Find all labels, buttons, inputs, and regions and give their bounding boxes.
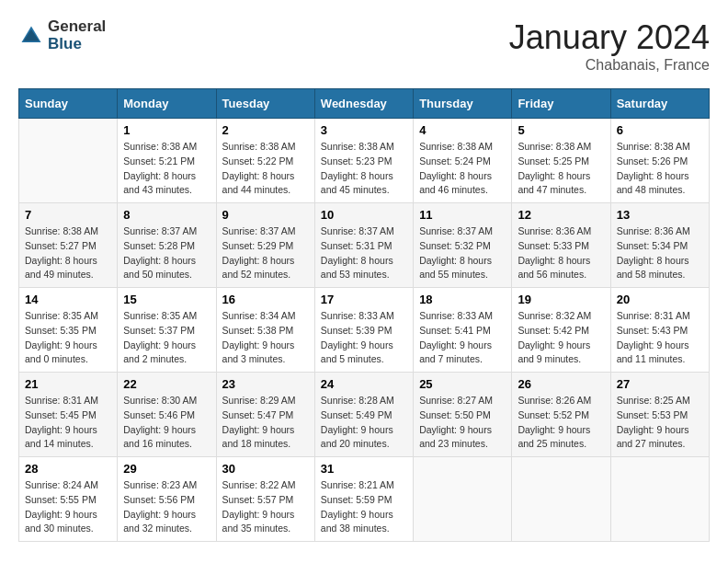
day-info: Sunrise: 8:24 AMSunset: 5:55 PMDaylight:… bbox=[25, 478, 111, 536]
location-subtitle: Chabanais, France bbox=[509, 57, 710, 74]
calendar-cell bbox=[19, 119, 118, 203]
calendar-cell: 31Sunrise: 8:21 AMSunset: 5:59 PMDayligh… bbox=[314, 457, 413, 542]
week-row-4: 21Sunrise: 8:31 AMSunset: 5:45 PMDayligh… bbox=[19, 373, 710, 457]
calendar-cell: 26Sunrise: 8:26 AMSunset: 5:52 PMDayligh… bbox=[512, 373, 610, 457]
calendar-cell: 19Sunrise: 8:32 AMSunset: 5:42 PMDayligh… bbox=[512, 288, 610, 373]
calendar-cell: 24Sunrise: 8:28 AMSunset: 5:49 PMDayligh… bbox=[314, 373, 413, 457]
day-info: Sunrise: 8:33 AMSunset: 5:39 PMDaylight:… bbox=[321, 309, 407, 367]
logo-blue: Blue bbox=[48, 36, 106, 53]
day-info: Sunrise: 8:31 AMSunset: 5:45 PMDaylight:… bbox=[25, 394, 111, 452]
day-number: 17 bbox=[321, 293, 407, 306]
calendar-cell: 27Sunrise: 8:25 AMSunset: 5:53 PMDayligh… bbox=[610, 373, 709, 457]
calendar-cell: 11Sunrise: 8:37 AMSunset: 5:32 PMDayligh… bbox=[414, 203, 512, 288]
calendar-cell: 16Sunrise: 8:34 AMSunset: 5:38 PMDayligh… bbox=[216, 288, 314, 373]
day-number: 9 bbox=[222, 208, 309, 222]
calendar-cell: 10Sunrise: 8:37 AMSunset: 5:31 PMDayligh… bbox=[314, 203, 413, 288]
week-row-3: 14Sunrise: 8:35 AMSunset: 5:35 PMDayligh… bbox=[19, 288, 710, 373]
header-day-monday: Monday bbox=[118, 89, 216, 119]
day-info: Sunrise: 8:35 AMSunset: 5:35 PMDaylight:… bbox=[25, 309, 111, 367]
day-info: Sunrise: 8:38 AMSunset: 5:27 PMDaylight:… bbox=[25, 224, 111, 282]
calendar-cell: 23Sunrise: 8:29 AMSunset: 5:47 PMDayligh… bbox=[216, 373, 314, 457]
day-info: Sunrise: 8:26 AMSunset: 5:52 PMDaylight:… bbox=[518, 394, 604, 452]
day-number: 19 bbox=[518, 293, 604, 306]
calendar-cell: 6Sunrise: 8:38 AMSunset: 5:26 PMDaylight… bbox=[610, 119, 709, 203]
day-info: Sunrise: 8:27 AMSunset: 5:50 PMDaylight:… bbox=[419, 394, 506, 452]
day-info: Sunrise: 8:29 AMSunset: 5:47 PMDaylight:… bbox=[222, 394, 309, 452]
day-info: Sunrise: 8:36 AMSunset: 5:33 PMDaylight:… bbox=[518, 224, 604, 282]
day-info: Sunrise: 8:38 AMSunset: 5:25 PMDaylight:… bbox=[518, 140, 604, 198]
logo: General Blue bbox=[18, 18, 106, 52]
day-info: Sunrise: 8:37 AMSunset: 5:28 PMDaylight:… bbox=[123, 224, 210, 282]
calendar-cell: 18Sunrise: 8:33 AMSunset: 5:41 PMDayligh… bbox=[414, 288, 512, 373]
day-info: Sunrise: 8:38 AMSunset: 5:24 PMDaylight:… bbox=[419, 140, 506, 198]
day-info: Sunrise: 8:34 AMSunset: 5:38 PMDaylight:… bbox=[222, 309, 309, 367]
day-number: 14 bbox=[25, 293, 111, 306]
logo-icon bbox=[18, 23, 44, 49]
day-number: 21 bbox=[25, 377, 111, 391]
calendar-cell: 12Sunrise: 8:36 AMSunset: 5:33 PMDayligh… bbox=[512, 203, 610, 288]
calendar-cell: 9Sunrise: 8:37 AMSunset: 5:29 PMDaylight… bbox=[216, 203, 314, 288]
calendar-body: 1Sunrise: 8:38 AMSunset: 5:21 PMDaylight… bbox=[19, 119, 710, 542]
day-number: 8 bbox=[123, 208, 210, 222]
calendar-cell: 28Sunrise: 8:24 AMSunset: 5:55 PMDayligh… bbox=[19, 457, 118, 542]
header-day-tuesday: Tuesday bbox=[216, 89, 314, 119]
day-number: 4 bbox=[419, 123, 506, 137]
calendar-cell: 29Sunrise: 8:23 AMSunset: 5:56 PMDayligh… bbox=[118, 457, 216, 542]
calendar-cell: 3Sunrise: 8:38 AMSunset: 5:23 PMDaylight… bbox=[314, 119, 413, 203]
day-info: Sunrise: 8:30 AMSunset: 5:46 PMDaylight:… bbox=[123, 394, 210, 452]
day-info: Sunrise: 8:35 AMSunset: 5:37 PMDaylight:… bbox=[123, 309, 210, 367]
day-number: 16 bbox=[222, 293, 309, 306]
day-info: Sunrise: 8:33 AMSunset: 5:41 PMDaylight:… bbox=[419, 309, 506, 367]
calendar-cell: 4Sunrise: 8:38 AMSunset: 5:24 PMDaylight… bbox=[414, 119, 512, 203]
day-number: 3 bbox=[321, 123, 407, 137]
day-info: Sunrise: 8:38 AMSunset: 5:26 PMDaylight:… bbox=[617, 140, 703, 198]
calendar-cell: 30Sunrise: 8:22 AMSunset: 5:57 PMDayligh… bbox=[216, 457, 314, 542]
calendar-cell: 5Sunrise: 8:38 AMSunset: 5:25 PMDaylight… bbox=[512, 119, 610, 203]
week-row-5: 28Sunrise: 8:24 AMSunset: 5:55 PMDayligh… bbox=[19, 457, 710, 542]
day-number: 26 bbox=[518, 377, 604, 391]
header-day-sunday: Sunday bbox=[19, 89, 118, 119]
day-number: 30 bbox=[222, 462, 309, 476]
day-number: 23 bbox=[222, 377, 309, 391]
calendar-cell: 14Sunrise: 8:35 AMSunset: 5:35 PMDayligh… bbox=[19, 288, 118, 373]
day-number: 10 bbox=[321, 208, 407, 222]
calendar-header: SundayMondayTuesdayWednesdayThursdayFrid… bbox=[19, 89, 710, 119]
day-info: Sunrise: 8:36 AMSunset: 5:34 PMDaylight:… bbox=[617, 224, 703, 282]
page-header: General Blue January 2024 Chabanais, Fra… bbox=[18, 18, 710, 74]
logo-text: General Blue bbox=[48, 18, 106, 52]
day-number: 20 bbox=[617, 293, 703, 306]
day-number: 15 bbox=[123, 293, 210, 306]
day-number: 6 bbox=[617, 123, 703, 137]
week-row-2: 7Sunrise: 8:38 AMSunset: 5:27 PMDaylight… bbox=[19, 203, 710, 288]
day-number: 12 bbox=[518, 208, 604, 222]
title-block: January 2024 Chabanais, France bbox=[509, 18, 710, 74]
calendar-cell: 15Sunrise: 8:35 AMSunset: 5:37 PMDayligh… bbox=[118, 288, 216, 373]
day-info: Sunrise: 8:37 AMSunset: 5:29 PMDaylight:… bbox=[222, 224, 309, 282]
calendar-cell: 2Sunrise: 8:38 AMSunset: 5:22 PMDaylight… bbox=[216, 119, 314, 203]
header-day-friday: Friday bbox=[512, 89, 610, 119]
calendar-cell: 21Sunrise: 8:31 AMSunset: 5:45 PMDayligh… bbox=[19, 373, 118, 457]
day-number: 13 bbox=[617, 208, 703, 222]
day-number: 29 bbox=[123, 462, 210, 476]
header-day-thursday: Thursday bbox=[414, 89, 512, 119]
day-info: Sunrise: 8:38 AMSunset: 5:23 PMDaylight:… bbox=[321, 140, 407, 198]
calendar-table: SundayMondayTuesdayWednesdayThursdayFrid… bbox=[18, 88, 710, 542]
day-number: 7 bbox=[25, 208, 111, 222]
calendar-cell: 22Sunrise: 8:30 AMSunset: 5:46 PMDayligh… bbox=[118, 373, 216, 457]
header-row: SundayMondayTuesdayWednesdayThursdayFrid… bbox=[19, 89, 710, 119]
calendar-cell: 7Sunrise: 8:38 AMSunset: 5:27 PMDaylight… bbox=[19, 203, 118, 288]
day-info: Sunrise: 8:28 AMSunset: 5:49 PMDaylight:… bbox=[321, 394, 407, 452]
day-number: 31 bbox=[321, 462, 407, 476]
day-number: 28 bbox=[25, 462, 111, 476]
day-number: 1 bbox=[123, 123, 210, 137]
calendar-cell: 17Sunrise: 8:33 AMSunset: 5:39 PMDayligh… bbox=[314, 288, 413, 373]
calendar-cell bbox=[414, 457, 512, 542]
day-number: 22 bbox=[123, 377, 210, 391]
day-number: 24 bbox=[321, 377, 407, 391]
day-info: Sunrise: 8:37 AMSunset: 5:32 PMDaylight:… bbox=[419, 224, 506, 282]
month-year-title: January 2024 bbox=[509, 18, 710, 57]
day-info: Sunrise: 8:38 AMSunset: 5:21 PMDaylight:… bbox=[123, 140, 210, 198]
calendar-cell: 8Sunrise: 8:37 AMSunset: 5:28 PMDaylight… bbox=[118, 203, 216, 288]
day-number: 2 bbox=[222, 123, 309, 137]
day-info: Sunrise: 8:38 AMSunset: 5:22 PMDaylight:… bbox=[222, 140, 309, 198]
